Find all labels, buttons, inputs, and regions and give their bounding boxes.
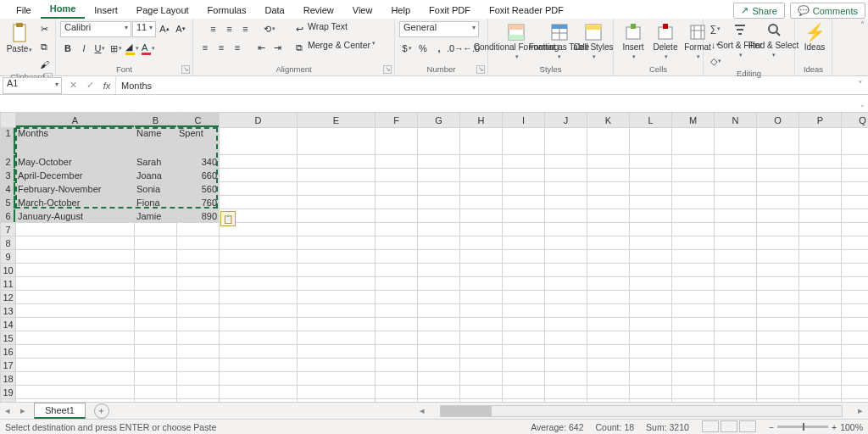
zoom-in-button[interactable]: +: [832, 422, 837, 432]
cell-J16[interactable]: [545, 345, 587, 359]
tab-view[interactable]: View: [343, 3, 382, 19]
col-header-G[interactable]: G: [418, 113, 460, 128]
cell-O16[interactable]: [757, 345, 799, 359]
col-header-J[interactable]: J: [545, 113, 587, 128]
cell-P17[interactable]: [799, 359, 842, 372]
cell-P15[interactable]: [799, 331, 842, 345]
cell-E12[interactable]: [298, 291, 376, 304]
cell-L9[interactable]: [630, 250, 672, 264]
cell-B8[interactable]: [135, 236, 177, 250]
cell-J11[interactable]: [545, 277, 587, 291]
cell-G8[interactable]: [418, 236, 460, 250]
cell-A17[interactable]: [16, 359, 135, 372]
cell-K7[interactable]: [587, 223, 630, 236]
cell-I1[interactable]: [503, 128, 545, 155]
cell-B4[interactable]: Sonia: [135, 182, 177, 196]
cell-H5[interactable]: [460, 196, 503, 209]
cell-B6[interactable]: Jamie: [135, 209, 177, 223]
cell-Q19[interactable]: [842, 386, 869, 399]
italic-button[interactable]: I: [76, 41, 92, 56]
cell-P1[interactable]: [799, 128, 842, 155]
cell-B19[interactable]: [135, 386, 177, 399]
cell-M16[interactable]: [672, 345, 715, 359]
row-header-7[interactable]: 7: [1, 223, 16, 236]
cell-J12[interactable]: [545, 291, 587, 304]
cut-button[interactable]: ✂: [36, 21, 52, 36]
cell-B15[interactable]: [135, 331, 177, 345]
share-button[interactable]: ↗Share: [733, 3, 784, 19]
zoom-out-button[interactable]: −: [769, 422, 774, 432]
cell-C10[interactable]: [177, 264, 220, 277]
comma-format-button[interactable]: ,: [431, 41, 447, 56]
cell-A5[interactable]: March-October: [16, 196, 135, 209]
increase-decimal-button[interactable]: .0→: [448, 41, 463, 56]
increase-font-button[interactable]: A▴: [157, 21, 172, 36]
tab-data[interactable]: Data: [255, 3, 293, 19]
col-header-F[interactable]: F: [376, 113, 418, 128]
cell-D5[interactable]: [220, 196, 298, 209]
cell-A7[interactable]: [16, 223, 135, 236]
cell-G10[interactable]: [418, 264, 460, 277]
cell-G4[interactable]: [418, 182, 460, 196]
align-right-button[interactable]: ≡: [230, 40, 245, 55]
cell-O19[interactable]: [757, 386, 799, 399]
insert-cells-button[interactable]: Insert▾: [618, 21, 648, 61]
cell-P4[interactable]: [799, 182, 842, 196]
cell-L13[interactable]: [630, 304, 672, 318]
cell-K16[interactable]: [587, 345, 630, 359]
cell-M13[interactable]: [672, 304, 715, 318]
row-header-11[interactable]: 11: [1, 277, 16, 291]
cell-L12[interactable]: [630, 291, 672, 304]
cell-N10[interactable]: [715, 264, 757, 277]
cell-N1[interactable]: [715, 128, 757, 155]
cell-N15[interactable]: [715, 331, 757, 345]
cell-I5[interactable]: [503, 196, 545, 209]
cell-H19[interactable]: [460, 386, 503, 399]
row-header-9[interactable]: 9: [1, 250, 16, 264]
cell-A14[interactable]: [16, 318, 135, 331]
cell-P8[interactable]: [799, 236, 842, 250]
cell-J19[interactable]: [545, 386, 587, 399]
cell-C17[interactable]: [177, 359, 220, 372]
add-sheet-button[interactable]: ＋: [94, 403, 109, 419]
cell-G12[interactable]: [418, 291, 460, 304]
cell-I13[interactable]: [503, 304, 545, 318]
cell-A9[interactable]: [16, 250, 135, 264]
col-header-O[interactable]: O: [757, 113, 799, 128]
clear-button[interactable]: ◇▾: [708, 53, 723, 69]
cell-C16[interactable]: [177, 345, 220, 359]
cell-K14[interactable]: [587, 318, 630, 331]
cell-C14[interactable]: [177, 318, 220, 331]
row-header-2[interactable]: 2: [1, 155, 16, 169]
col-header-A[interactable]: A: [16, 113, 135, 128]
cell-F5[interactable]: [376, 196, 418, 209]
row-header-19[interactable]: 19: [1, 386, 16, 399]
tab-page-layout[interactable]: Page Layout: [127, 3, 198, 19]
cell-G5[interactable]: [418, 196, 460, 209]
cell-N8[interactable]: [715, 236, 757, 250]
cell-M8[interactable]: [672, 236, 715, 250]
cell-P16[interactable]: [799, 345, 842, 359]
select-all-button[interactable]: [1, 113, 16, 128]
delete-cells-button[interactable]: Delete▾: [650, 21, 681, 61]
cell-L14[interactable]: [630, 318, 672, 331]
cell-G19[interactable]: [418, 386, 460, 399]
cell-A15[interactable]: [16, 331, 135, 345]
cell-Q13[interactable]: [842, 304, 869, 318]
bold-button[interactable]: B: [60, 41, 75, 56]
cell-J3[interactable]: [545, 169, 587, 182]
cell-J8[interactable]: [545, 236, 587, 250]
cell-E9[interactable]: [298, 250, 376, 264]
fill-color-button[interactable]: ◢▾: [125, 41, 140, 56]
cell-E3[interactable]: [298, 169, 376, 182]
tab-file[interactable]: File: [7, 3, 41, 19]
cell-B9[interactable]: [135, 250, 177, 264]
cell-C2[interactable]: 340: [177, 155, 220, 169]
cell-A19[interactable]: [16, 386, 135, 399]
cell-C1[interactable]: Spent: [177, 128, 220, 155]
cell-O11[interactable]: [757, 277, 799, 291]
cell-styles-button[interactable]: Cell Styles▾: [578, 21, 609, 61]
cell-H14[interactable]: [460, 318, 503, 331]
cell-K1[interactable]: [587, 128, 630, 155]
cell-H13[interactable]: [460, 304, 503, 318]
